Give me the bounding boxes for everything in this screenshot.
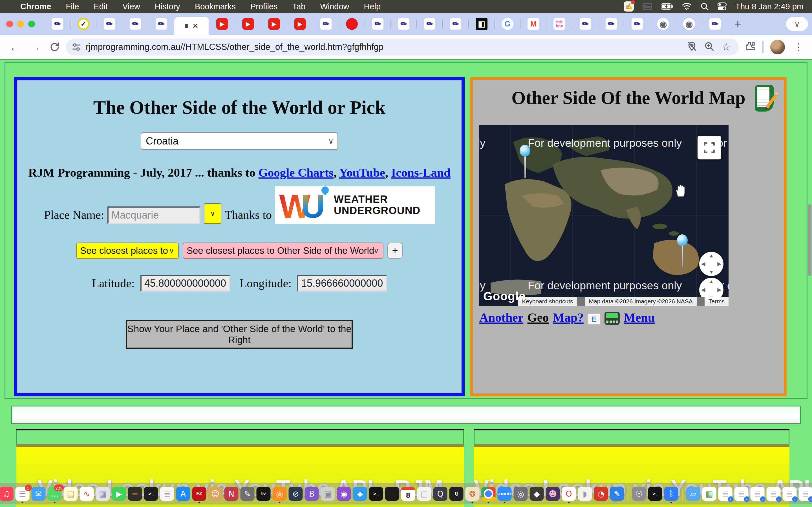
dock-notes-icon[interactable]: ▤ [64,487,78,501]
tab-record-11[interactable] [339,13,365,35]
geo-link[interactable]: Geo [527,311,549,325]
tab-pencil-4[interactable]: ✎ [148,13,174,35]
dock-white-app-icon[interactable]: ◗ [578,487,592,501]
forward-button[interactable]: → [27,39,43,55]
menu-history[interactable]: History [147,2,188,11]
map-pan-control[interactable]: ▲◀▶▼ [699,252,723,276]
dock-firefox-icon[interactable]: ◎ [273,487,287,501]
google-charts-link[interactable]: Google Charts [258,166,333,179]
show-place-button[interactable]: Show Your Place and 'Other Side of the W… [126,320,353,349]
place-mini-select[interactable]: ∨ [204,203,221,224]
tab-chrome-24[interactable]: ◉ [676,13,702,35]
tab-gmail-18[interactable]: M [520,13,546,35]
dock-download-doc-4-icon[interactable]: ≣ [767,487,781,501]
tab-pencil-10[interactable]: ✎ [313,13,339,35]
chrome-menu-icon[interactable]: ⋮ [792,41,805,53]
dock-terminal-2-icon[interactable]: >_ [369,487,383,501]
dock-facetime-icon[interactable]: ▶ [112,487,126,501]
dock-colour-meter-icon[interactable]: ∿ [80,487,94,501]
longitude-input[interactable] [297,275,387,291]
youtube-link[interactable]: YouTube [339,166,385,179]
menu-file[interactable]: File [59,2,87,11]
tab-search-chevron[interactable]: ∨ [786,17,808,31]
tab-pencil-20[interactable]: ✎ [572,13,598,35]
dock-inkscape-icon[interactable]: ◆ [530,487,544,501]
keyboard-shortcuts-link[interactable]: Keyboard shortcuts [518,298,577,305]
wifi-icon[interactable] [682,3,692,10]
dock-app-store-icon[interactable]: A [176,487,190,501]
location-blocked-icon[interactable] [687,41,697,53]
dock-safari-icon[interactable]: ◈ [353,487,367,501]
latitude-input[interactable] [140,275,230,291]
page-scrollbar[interactable] [808,204,811,276]
omnibox[interactable]: rjmprogramming.com.au//HTMLCSS/other_sid… [66,39,739,55]
dock-chrome-icon[interactable] [481,487,496,501]
dock-calendar-icon[interactable]: 8 [401,487,415,501]
menu-window[interactable]: Window [313,2,356,11]
profile-avatar[interactable] [770,40,785,54]
tab-google-17[interactable]: G [495,13,520,35]
active-tab[interactable]: ✕ [174,17,209,35]
tab-britbox-19[interactable]: brit box [546,13,572,35]
another-link[interactable]: Another [479,311,523,325]
dock-pages-icon[interactable]: ≣ [160,487,174,501]
map-fullscreen-button[interactable] [698,136,721,159]
spotlight-search-icon[interactable] [700,2,709,11]
menu-tab[interactable]: Tab [285,2,313,11]
tab-pencil-21[interactable]: ✎ [598,13,624,35]
tab-close-icon[interactable]: ✕ [192,22,199,31]
dock-download-doc-5-icon[interactable]: ≣ [783,487,797,501]
dock-preview-icon[interactable]: ▢ [417,487,432,501]
dock-accessibility-icon[interactable]: ☉ [632,487,646,501]
tab-pencil-14[interactable]: ✎ [417,13,443,35]
tab-pencil-0[interactable]: ✎ [45,13,70,35]
dock-gray-ring-icon[interactable]: ◎ [514,487,528,501]
dock-reminders-icon[interactable]: ☰3 [15,487,30,501]
bookmark-star-icon[interactable]: ☆ [722,41,731,53]
dock-launchpad-icon[interactable]: ▦ [96,487,110,501]
tab-pencil-13[interactable]: ✎ [391,13,417,35]
dock-circle-slash-icon[interactable]: ⊘ [289,487,303,501]
menu-app-name[interactable]: Chrome [13,2,59,11]
dock-terminal-icon[interactable]: >_ [144,487,158,501]
battery-icon[interactable] [661,3,673,10]
menu-profiles[interactable]: Profiles [243,2,285,11]
dock-black-app-icon[interactable] [385,487,399,501]
dock-download-doc-1-icon[interactable]: ≣ [718,487,732,501]
menu-help[interactable]: Help [357,2,388,11]
map-question-link[interactable]: Map? [553,311,583,325]
tab-bw-16[interactable]: ◧ [469,13,495,35]
terms-link[interactable]: Terms [705,298,728,305]
tab-pencil-15[interactable]: ✎ [443,13,469,35]
dock-photos-icon[interactable]: ▣ [321,487,335,501]
minimize-window-button[interactable] [17,20,24,27]
dock-opera-icon[interactable]: O [562,487,576,501]
dock-podcasts-icon[interactable]: ◉ [337,487,351,501]
tab-youtube-7[interactable]: ▶ [235,13,261,35]
dock-calculator-icon[interactable]: = [128,487,142,501]
dock-news-icon[interactable]: N [224,487,239,501]
menu-view[interactable]: View [115,2,147,11]
dock-download-doc-3-icon[interactable]: ≣ [751,487,765,501]
place-name-input[interactable] [107,207,200,224]
tab-check-1[interactable]: ✓ [70,13,96,35]
tab-pencil-22[interactable]: ✎ [624,13,650,35]
google-map[interactable]: nly For development purposes only For de… [479,125,728,306]
country-select[interactable]: Croatia ∨ [141,132,338,150]
tab-pencil-3[interactable]: ✎ [122,13,148,35]
dock-intellij-icon[interactable]: IJ [449,487,463,501]
closest-places-select[interactable]: See closest places to ... ∨ [76,242,179,259]
dock-download-doc-2-icon[interactable]: ≣ [734,487,749,501]
map-pin-antipode[interactable] [677,234,688,268]
close-window-button[interactable] [6,20,13,27]
dock-download-doc-6-icon[interactable]: ≣ [799,487,812,501]
dock-mail-icon[interactable]: ✉ [32,487,46,501]
menu-edit[interactable]: Edit [86,2,115,11]
dock-filezilla-icon[interactable]: FZ [192,487,206,501]
zoom-page-icon[interactable] [704,41,714,53]
menubar-app-icon[interactable]: ✍ [624,1,634,11]
tab-pencil-12[interactable]: ✎ [365,13,391,35]
back-button[interactable]: ← [7,39,24,55]
dock-messages-icon[interactable]: …203 [48,487,62,501]
tab-youtube-6[interactable]: ▶ [209,13,235,35]
